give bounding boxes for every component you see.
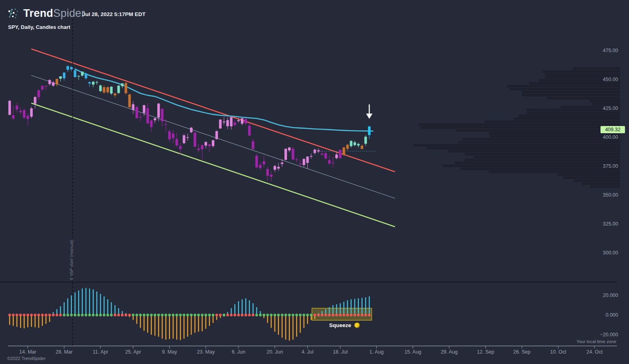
candle[interactable]	[197, 144, 199, 152]
candle[interactable]	[350, 140, 352, 148]
candle[interactable]	[154, 118, 156, 123]
candle[interactable]	[59, 76, 62, 81]
candle[interactable]	[114, 93, 116, 98]
candle[interactable]	[48, 79, 51, 86]
candle[interactable]	[26, 114, 29, 126]
candle[interactable]	[117, 85, 120, 94]
candle[interactable]	[147, 103, 149, 124]
candle[interactable]	[332, 157, 334, 167]
candle[interactable]	[310, 154, 312, 159]
candle[interactable]	[244, 118, 247, 125]
candle[interactable]	[241, 118, 243, 125]
candle[interactable]	[19, 108, 22, 115]
candle[interactable]	[128, 94, 131, 108]
candle[interactable]	[175, 133, 178, 147]
candle[interactable]	[193, 132, 196, 148]
candle[interactable]	[342, 147, 345, 156]
candle[interactable]	[223, 117, 225, 125]
candle[interactable]	[259, 162, 261, 170]
candle[interactable]	[295, 157, 298, 162]
candle[interactable]	[8, 100, 11, 116]
squeeze-dot	[157, 314, 160, 317]
candle[interactable]	[277, 163, 280, 171]
candle[interactable]	[34, 96, 36, 109]
candle[interactable]	[161, 108, 163, 126]
candle[interactable]	[288, 147, 291, 152]
candle[interactable]	[183, 134, 185, 144]
candle[interactable]	[172, 130, 174, 143]
candle[interactable]	[219, 120, 222, 129]
lower-channel-line[interactable]	[31, 103, 395, 227]
squeeze-dot	[303, 314, 305, 317]
candle[interactable]	[266, 167, 269, 181]
candle[interactable]	[346, 144, 349, 150]
candle[interactable]	[99, 84, 102, 92]
candle[interactable]	[317, 148, 320, 153]
candle[interactable]	[88, 81, 91, 87]
candle[interactable]	[354, 141, 356, 146]
candle[interactable]	[70, 67, 73, 71]
candle[interactable]	[168, 129, 171, 142]
candle[interactable]	[63, 72, 65, 81]
candle[interactable]	[41, 85, 43, 92]
down-arrow-marker[interactable]	[366, 104, 373, 119]
candle[interactable]	[216, 130, 218, 140]
candle[interactable]	[248, 123, 250, 136]
candle[interactable]	[85, 73, 87, 79]
candle[interactable]	[212, 140, 214, 148]
candle[interactable]	[335, 153, 338, 159]
candle[interactable]	[45, 85, 47, 90]
candle[interactable]	[56, 79, 58, 87]
candle[interactable]	[201, 144, 204, 160]
candle[interactable]	[92, 81, 94, 87]
candle[interactable]	[77, 75, 80, 80]
candle[interactable]	[263, 156, 265, 167]
candle[interactable]	[12, 106, 14, 120]
candle[interactable]	[361, 144, 363, 149]
candle[interactable]	[364, 135, 367, 146]
candle[interactable]	[339, 150, 341, 159]
candle[interactable]	[143, 105, 145, 116]
candle[interactable]	[368, 126, 370, 139]
candle[interactable]	[150, 120, 153, 132]
candle[interactable]	[230, 117, 232, 130]
candle[interactable]	[205, 142, 207, 148]
candle[interactable]	[303, 158, 305, 167]
candle[interactable]	[208, 144, 211, 152]
candle[interactable]	[274, 165, 276, 172]
candle[interactable]	[324, 152, 327, 159]
candle[interactable]	[179, 143, 181, 155]
candle[interactable]	[124, 82, 127, 95]
candle[interactable]	[226, 117, 229, 129]
candle[interactable]	[132, 101, 134, 114]
candle[interactable]	[52, 81, 54, 87]
candle[interactable]	[357, 142, 360, 148]
candle[interactable]	[234, 120, 236, 126]
candle[interactable]	[255, 154, 258, 168]
candle[interactable]	[16, 103, 18, 112]
candle[interactable]	[30, 107, 33, 118]
candle[interactable]	[190, 127, 192, 133]
candle[interactable]	[270, 172, 272, 181]
squeeze-annotation[interactable]: Squeeze	[329, 322, 360, 328]
mid-channel-line[interactable]	[31, 75, 395, 198]
candle[interactable]	[285, 149, 287, 161]
candle[interactable]	[328, 156, 330, 165]
candle[interactable]	[292, 147, 294, 160]
candle[interactable]	[252, 139, 254, 150]
candle[interactable]	[110, 86, 112, 95]
candle[interactable]	[96, 81, 98, 85]
candle[interactable]	[186, 134, 189, 141]
candle[interactable]	[321, 150, 323, 156]
candle[interactable]	[121, 83, 123, 88]
candle[interactable]	[106, 86, 109, 94]
candle[interactable]	[37, 90, 40, 100]
candle[interactable]	[136, 106, 138, 118]
candle[interactable]	[81, 71, 83, 77]
candle[interactable]	[139, 113, 142, 121]
candle[interactable]	[23, 108, 25, 119]
candle[interactable]	[306, 156, 309, 169]
candle[interactable]	[67, 65, 69, 72]
candle[interactable]	[313, 149, 316, 155]
candle[interactable]	[103, 85, 105, 94]
